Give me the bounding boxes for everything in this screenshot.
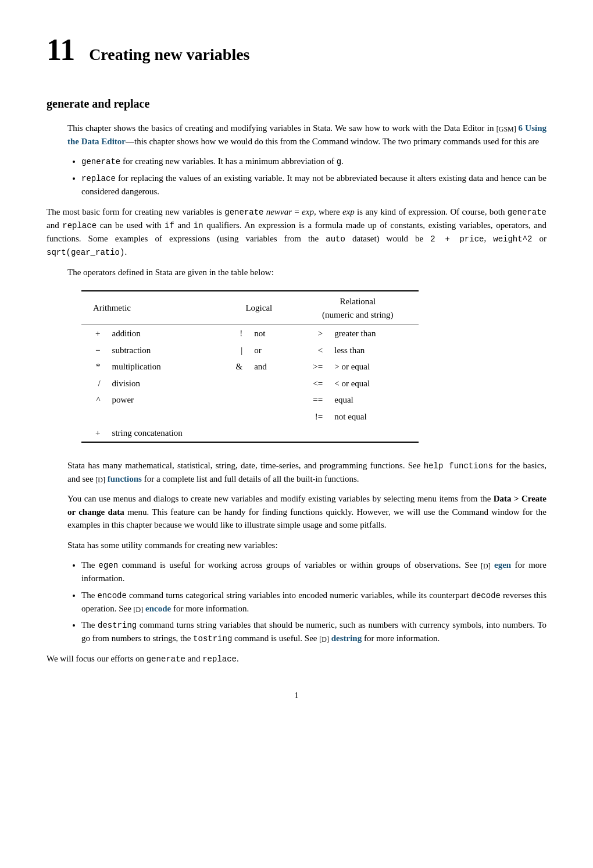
log-sym-4 <box>221 392 247 408</box>
log-text-5 <box>247 408 296 425</box>
auto-code: auto <box>326 234 345 244</box>
bullet-egen: The egen command is useful for working a… <box>81 558 546 585</box>
arith-text-3: division <box>105 375 221 392</box>
in-code: in <box>194 221 203 230</box>
rel-text-4: equal <box>327 392 419 408</box>
bullet-encode: The encode command turns categorical str… <box>81 589 546 616</box>
rel-text-2: > or equal <box>327 358 419 375</box>
log-sym-5 <box>221 408 247 425</box>
intro-text-1: This chapter shows the basics of creatin… <box>67 123 496 133</box>
rel-text-0: greater than <box>327 325 419 342</box>
arith-text-5 <box>105 408 221 425</box>
arith-text-4: power <box>105 392 221 408</box>
rel-text-3: < or equal <box>327 375 419 392</box>
log-sym-0: ! <box>221 325 247 342</box>
arith-sym-2: * <box>81 358 105 375</box>
rel-sym-2: >= <box>297 358 328 375</box>
log-text-0: not <box>247 325 296 342</box>
bullet-generate: generate for creating new variables. It … <box>81 155 546 168</box>
help-functions-code: help functions <box>424 461 493 471</box>
expr-example2: weight^2 <box>493 234 532 244</box>
string-concat-text: string concatenation <box>105 425 419 442</box>
rel-sym-4: == <box>297 392 328 408</box>
utility-commands-list: The egen command is useful for working a… <box>81 558 546 645</box>
log-sym-3 <box>221 375 247 392</box>
encode-link[interactable]: encode <box>145 604 171 613</box>
primary-commands-list: generate for creating new variables. It … <box>81 155 546 198</box>
rel-sym-3: <= <box>297 375 328 392</box>
arith-text-1: subtraction <box>105 342 221 359</box>
string-concat-row: + string concatenation <box>81 425 419 442</box>
arith-sym-4: ^ <box>81 392 105 408</box>
menu-data: Data > Create or change data <box>67 494 546 517</box>
gsm-ref: [GSM] <box>496 125 519 133</box>
th-arithmetic: Arithmetic <box>81 291 221 325</box>
d-ref-functions: [D] <box>95 475 105 483</box>
operators-table: Arithmetic Logical Relational (numeric a… <box>81 290 419 447</box>
table-row: / division <= < or equal <box>81 375 419 392</box>
generate-closing: generate <box>147 654 185 664</box>
d-ref-egen: [D] <box>481 562 491 570</box>
table-row: ^ power == equal <box>81 392 419 408</box>
page-number: 1 <box>47 689 546 702</box>
replace-code2: replace <box>62 221 97 230</box>
relational-line2: (numeric and string) <box>322 310 393 319</box>
log-sym-2: & <box>221 358 247 375</box>
log-text-4 <box>247 392 296 408</box>
relational-line1: Relational <box>340 297 376 306</box>
chapter-header: 11 Creating new variables <box>47 35 546 67</box>
string-concat-sym: + <box>81 425 105 442</box>
table-row: * multiplication & and >= > or equal <box>81 358 419 375</box>
replace-closing: replace <box>202 654 237 664</box>
d-ref-destring: [D] <box>319 635 329 643</box>
log-sym-1: | <box>221 342 247 359</box>
rel-text-1: less than <box>327 342 419 359</box>
rel-text-5: not equal <box>327 408 419 425</box>
arith-sym-5 <box>81 408 105 425</box>
gsm-ref-text: GSM <box>499 125 514 133</box>
table-bottom-border <box>81 442 419 447</box>
bullet-replace: replace for replacing the values of an e… <box>81 172 546 198</box>
d-ref-encode: [D] <box>134 605 144 613</box>
decode-cmd: decode <box>471 591 501 600</box>
destring-link[interactable]: destring <box>331 634 362 643</box>
intro-paragraph: This chapter shows the basics of creatin… <box>67 122 546 148</box>
table-row: − subtraction | or < less than <box>81 342 419 359</box>
arith-text-0: addition <box>105 325 221 342</box>
table-footer-row <box>81 442 419 447</box>
para-functions: Stata has many mathematical, statistical… <box>67 459 546 486</box>
egen-cmd: egen <box>99 561 119 570</box>
functions-link[interactable]: functions <box>108 474 142 483</box>
intro-text-rest: —this chapter shows how we would do this… <box>126 137 539 146</box>
para-menus: You can use menus and dialogs to create … <box>67 492 546 532</box>
bullet-destring: The destring command turns string variab… <box>81 618 546 645</box>
arith-text-2: multiplication <box>105 358 221 375</box>
closing-paragraph: We will focus our efforts on generate an… <box>47 652 546 666</box>
table-lead-text: The operators defined in Stata are given… <box>67 268 274 277</box>
operators-table-container: Arithmetic Logical Relational (numeric a… <box>81 290 546 447</box>
generate-cmd: generate <box>81 157 120 166</box>
chapter-number: 11 <box>47 35 75 65</box>
arith-sym-0: + <box>81 325 105 342</box>
para-basic-form: The most basic form for creating new var… <box>47 205 546 259</box>
expr-example3: sqrt(gear_ratio) <box>47 248 124 257</box>
destring-cmd: destring <box>98 621 137 630</box>
log-text-1: or <box>247 342 296 359</box>
generate-code: generate <box>224 208 263 217</box>
table-row: != not equal <box>81 408 419 425</box>
th-relational: Relational (numeric and string) <box>297 291 419 325</box>
if-code: if <box>165 221 174 230</box>
generate-code2: generate <box>508 208 546 217</box>
egen-link[interactable]: egen <box>494 560 511 570</box>
encode-cmd: encode <box>97 591 126 600</box>
tostring-cmd: tostring <box>193 634 232 643</box>
rel-sym-5: != <box>297 408 328 425</box>
para-utility-lead: Stata has some utility commands for crea… <box>67 539 546 552</box>
chapter-title: Creating new variables <box>89 42 249 67</box>
rel-sym-1: < <box>297 342 328 359</box>
log-text-2: and <box>247 358 296 375</box>
log-text-3 <box>247 375 296 392</box>
table-row: + addition ! not > greater than <box>81 325 419 342</box>
arith-sym-1: − <box>81 342 105 359</box>
section-heading: generate and replace <box>47 95 546 112</box>
